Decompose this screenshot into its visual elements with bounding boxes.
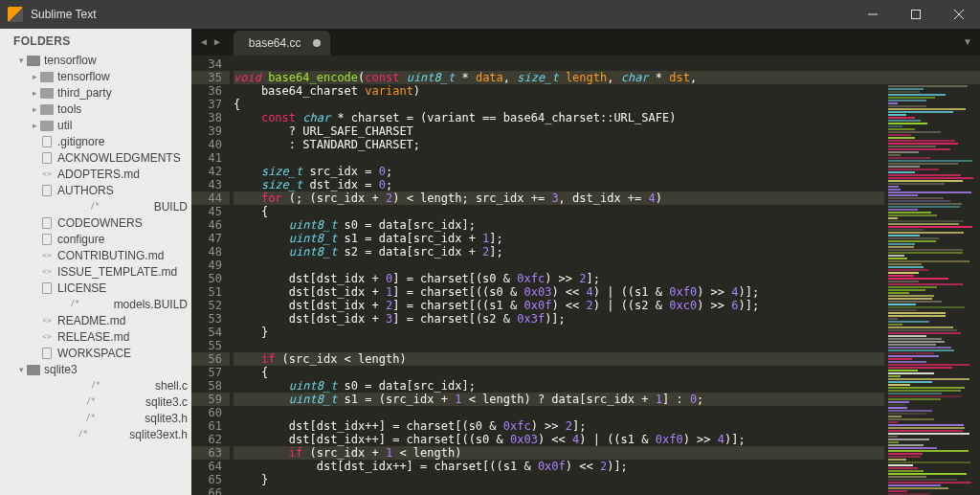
expand-icon[interactable]: ▾ [15,56,27,65]
tab-nav-arrows[interactable]: ◄► [191,29,230,56]
code-line[interactable]: void base64_encode(const uint8_t * data,… [234,71,980,84]
code-line[interactable]: } [234,326,980,339]
line-number[interactable]: 37 [191,98,230,111]
line-number[interactable]: 48 [191,245,230,259]
code-line[interactable]: if (src_idx + 1 < length) [234,446,980,460]
code-line[interactable]: { [234,205,980,218]
line-number[interactable]: 53 [191,312,230,326]
line-number[interactable]: 66 [191,486,230,495]
code-line[interactable] [234,259,980,272]
code-line[interactable]: size_t dst_idx = 0; [234,178,980,191]
line-number[interactable]: 42 [191,165,230,178]
tabstrip[interactable]: ◄► base64.cc ▼ [191,29,980,56]
expand-icon[interactable]: ▸ [29,104,40,114]
line-number[interactable]: 47 [191,232,230,245]
tree-item[interactable]: WORKSPACE [0,345,191,361]
code-line[interactable]: uint8_t s2 = data[src_idx + 2]; [234,245,980,259]
line-number[interactable]: 56 [191,352,230,366]
code-line[interactable]: dst[dst_idx++] = charset[((s0 & 0x03) <<… [234,433,980,446]
line-number[interactable]: 54 [191,326,230,339]
code-line[interactable]: dst[dst_idx + 1] = charset[((s0 & 0x03) … [234,285,980,299]
code-line[interactable]: { [234,366,980,379]
line-number[interactable]: 38 [191,111,230,124]
line-number[interactable]: 46 [191,218,230,232]
code-line[interactable] [234,57,980,71]
tree-item[interactable]: .gitignore [0,133,191,149]
tree-item[interactable]: shell.c [0,377,191,394]
line-number[interactable]: 44 [191,191,230,205]
line-number[interactable]: 64 [191,460,230,473]
prev-tab-icon[interactable]: ◄ [199,36,209,47]
line-number[interactable]: 63 [191,446,230,460]
code-line[interactable] [234,151,980,165]
code-line[interactable]: for (; (src_idx + 2) < length; src_idx +… [234,191,980,205]
maximize-button[interactable] [894,0,937,29]
tree-item[interactable]: ▾sqlite3 [0,361,191,377]
tree-item[interactable]: AUTHORS [0,182,191,198]
line-number[interactable]: 45 [191,205,230,218]
code-line[interactable]: base64_charset variant) [234,84,980,98]
tree-item[interactable]: ADOPTERS.md [0,166,191,182]
tab-active[interactable]: base64.cc [234,31,330,56]
tree-item[interactable]: CODEOWNERS [0,214,191,231]
code-line[interactable]: dst[dst_idx + 3] = charset[(s2 & 0x3f)]; [234,312,980,326]
tree-item[interactable]: LICENSE [0,280,191,296]
tree-item[interactable]: ISSUE_TEMPLATE.md [0,263,191,280]
line-number[interactable]: 55 [191,339,230,352]
code-line[interactable]: dst[dst_idx++] = charset[((s1 & 0x0f) <<… [234,460,980,473]
line-number[interactable]: 62 [191,433,230,446]
line-number[interactable]: 57 [191,366,230,379]
minimap[interactable] [884,84,980,495]
line-number[interactable]: 65 [191,473,230,486]
tree-item[interactable]: ▸tools [0,101,191,117]
tree-item[interactable]: configure [0,231,191,247]
expand-icon[interactable]: ▾ [15,365,27,374]
code-area[interactable]: void base64_encode(const uint8_t * data,… [230,56,980,495]
code-line[interactable]: const char * charset = (variant == base6… [234,111,980,124]
line-number[interactable]: 49 [191,259,230,272]
line-number[interactable]: 35 [191,71,230,84]
line-number[interactable]: 43 [191,178,230,191]
tree-item[interactable]: sqlite3.h [0,410,191,426]
line-number[interactable]: 59 [191,393,230,406]
folder-tree[interactable]: ▾tensorflow▸tensorflow▸third_party▸tools… [0,52,191,495]
expand-icon[interactable]: ▸ [29,72,40,81]
code-line[interactable]: size_t src_idx = 0; [234,165,980,178]
code-line[interactable]: dst[dst_idx++] = charset[(s0 & 0xfc) >> … [234,419,980,433]
line-number[interactable]: 34 [191,57,230,71]
tree-item[interactable]: sqlite3ext.h [0,426,191,442]
tree-item[interactable]: RELEASE.md [0,328,191,345]
code-line[interactable]: : STANDARD_CHARSET; [234,138,980,151]
tab-menu-icon[interactable]: ▼ [963,36,972,47]
line-number[interactable]: 41 [191,151,230,165]
tree-item[interactable]: models.BUILD [0,296,191,312]
line-number[interactable]: 61 [191,419,230,433]
tree-item[interactable]: ▸tensorflow [0,68,191,84]
next-tab-icon[interactable]: ► [212,36,222,47]
line-number[interactable]: 36 [191,84,230,98]
line-number[interactable]: 50 [191,272,230,285]
tree-item[interactable]: sqlite3.c [0,394,191,410]
tree-item[interactable]: ▸util [0,117,191,133]
code-line[interactable]: dst[dst_idx + 0] = charset[(s0 & 0xfc) >… [234,272,980,285]
close-button[interactable] [937,0,980,29]
code-line[interactable]: { [234,98,980,111]
tree-item[interactable]: CONTRIBUTING.md [0,247,191,263]
line-number[interactable]: 51 [191,285,230,299]
code-line[interactable]: dst[dst_idx + 2] = charset[((s1 & 0x0f) … [234,299,980,312]
minimize-button[interactable] [851,0,894,29]
code-line[interactable]: uint8_t s1 = data[src_idx + 1]; [234,232,980,245]
line-number[interactable]: 40 [191,138,230,151]
code-line[interactable]: ? URL_SAFE_CHARSET [234,124,980,138]
tree-item[interactable]: ▾tensorflow [0,52,191,68]
code-line[interactable] [234,406,980,419]
tree-item[interactable]: ▸third_party [0,84,191,101]
expand-icon[interactable]: ▸ [29,88,40,98]
line-number[interactable]: 58 [191,379,230,393]
titlebar[interactable]: Sublime Text [0,0,980,29]
tree-item[interactable]: BUILD [0,198,191,214]
code-line[interactable]: uint8_t s0 = data[src_idx]; [234,218,980,232]
tree-item[interactable]: README.md [0,312,191,328]
line-number[interactable]: 52 [191,299,230,312]
code-line[interactable]: if (src_idx < length) [234,352,980,366]
